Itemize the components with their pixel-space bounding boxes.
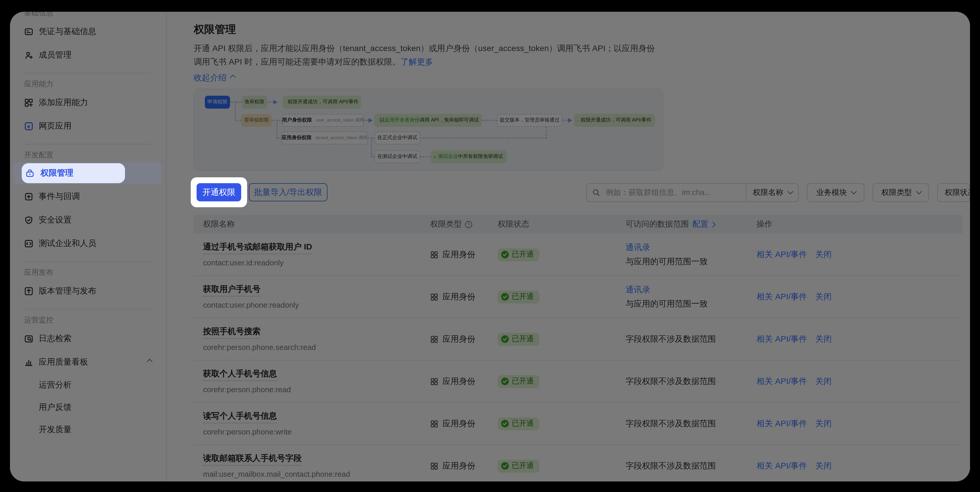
related-api-link[interactable]: 相关 API/事件 <box>756 376 807 387</box>
sidebar-item-label: 应用质量看板 <box>39 357 88 368</box>
flow-node-tenant-identity: 应用身份权限tenant_access_token 调用 <box>281 132 368 145</box>
permission-flow-diagram: 申请权限 免审权限 权限开通成功，可调用 API/事件 需审核权限 用户身份权限… <box>194 89 663 171</box>
close-permission-link[interactable]: 关闭 <box>815 249 832 260</box>
related-api-link[interactable]: 相关 API/事件 <box>756 291 807 302</box>
sidebar-item-credentials[interactable]: 凭证与基础信息 <box>10 20 166 43</box>
sidebar-item-label: 版本管理与发布 <box>39 286 96 296</box>
permission-code: contact:user.phone:readonly <box>203 301 430 309</box>
status-badge: 已开通 <box>498 290 539 303</box>
sidebar-item-events[interactable]: 事件与回调 <box>10 185 166 209</box>
sidebar-item-security[interactable]: 安全设置 <box>10 209 166 232</box>
table-row: 按照手机号搜索corehr:person.phone.search:read 应… <box>194 318 963 360</box>
page-description: 开通 API 权限后，应用才能以应用身份（tenant_access_token… <box>194 42 963 69</box>
sidebar-item-label: 测试企业和人员 <box>39 238 96 249</box>
lock-icon <box>25 169 35 178</box>
status-badge: 已开通 <box>498 417 539 430</box>
sidebar-item-label: 权限管理 <box>40 168 73 178</box>
flow-node-success-1: 权限开通成功，可调用 API/事件 <box>283 96 361 108</box>
sidebar-item-web-app[interactable]: e 网页应用 <box>10 115 166 138</box>
sidebar-item-version-release[interactable]: 版本管理与发布 <box>10 279 166 303</box>
learn-more-link[interactable]: 了解更多 <box>401 57 433 66</box>
permission-type: 应用身份 <box>442 460 475 471</box>
app-grid-plus-icon <box>24 98 33 107</box>
help-icon: ? <box>465 220 473 228</box>
sidebar-item-log-search[interactable]: 日志检索 <box>10 327 166 350</box>
flow-arrow-icon <box>369 118 372 123</box>
credential-icon <box>24 27 33 37</box>
check-circle-icon <box>501 251 509 258</box>
sidebar-item-quality-dashboard[interactable]: 应用质量看板 <box>10 350 166 374</box>
permission-name[interactable]: 读取邮箱联系人手机号字段 <box>203 453 302 466</box>
chevron-up-icon <box>230 74 236 80</box>
related-api-link[interactable]: 相关 API/事件 <box>756 334 807 344</box>
permissions-table: 权限名称 权限类型 ? 权限状态 可访问的数据范围配置 操作 通过手机号或邮箱获… <box>194 215 963 481</box>
flow-connector <box>546 127 547 138</box>
search-category-select[interactable]: 权限名称 <box>746 183 798 201</box>
flow-connector <box>235 102 236 120</box>
permission-name[interactable]: 按照手机号搜索 <box>203 326 261 339</box>
flow-connector <box>235 120 241 121</box>
sidebar-item-label: 添加应用能力 <box>39 97 88 108</box>
configure-link[interactable]: 配置 <box>692 219 715 229</box>
related-api-link[interactable]: 相关 API/事件 <box>756 249 807 260</box>
sidebar-item-permissions[interactable]: 权限管理 <box>13 162 161 184</box>
sidebar-item-members[interactable]: 成员管理 <box>10 43 166 67</box>
status-badge: 已开通 <box>498 333 539 346</box>
sidebar-item-test-company[interactable]: 测试企业和人员 <box>10 232 166 255</box>
web-app-icon: e <box>24 121 33 131</box>
search-icon <box>592 188 600 196</box>
flow-node-user-identity: 用户身份权限user_access_token 调用 <box>282 114 364 127</box>
log-search-icon <box>24 334 33 344</box>
table-row: 读写个人手机号信息corehr:person.phone:write 应用身份 … <box>194 403 963 445</box>
close-permission-link[interactable]: 关闭 <box>815 460 832 471</box>
app-identity-icon <box>430 419 438 428</box>
filter-permission-type[interactable]: 权限类型 <box>873 183 929 202</box>
filter-business-module[interactable]: 业务模块 <box>807 183 864 202</box>
flow-connector <box>482 120 497 121</box>
search-input[interactable] <box>605 187 746 197</box>
check-circle-icon <box>501 462 509 470</box>
sidebar-section-basic-info: 基础信息 <box>24 12 152 18</box>
sidebar-divider <box>25 261 151 262</box>
collapse-intro-link[interactable]: 收起介绍 <box>194 73 234 83</box>
sidebar-divider <box>25 309 151 309</box>
check-circle-icon <box>501 377 509 385</box>
chevron-right-icon <box>710 221 716 227</box>
permission-type: 应用身份 <box>442 334 475 344</box>
toolbar: 开通权限 批量导入/导出权限 权限名称 <box>194 177 970 207</box>
close-permission-link[interactable]: 关闭 <box>815 291 832 302</box>
close-permission-link[interactable]: 关闭 <box>815 418 832 429</box>
permission-name[interactable]: 获取用户手机号 <box>203 284 261 296</box>
column-header-actions: 操作 <box>756 219 963 229</box>
permission-name[interactable]: 读写个人手机号信息 <box>203 411 277 423</box>
scope-link[interactable]: 通讯录 <box>625 242 756 253</box>
permission-name[interactable]: 通过手机号或邮箱获取用户 ID <box>203 242 312 254</box>
scope-link[interactable]: 通讯录 <box>625 285 756 295</box>
sidebar-subitem-ops-analysis[interactable]: 运营分析 <box>10 374 166 396</box>
chevron-up-icon[interactable] <box>147 358 153 364</box>
permission-name[interactable]: 获取个人手机号信息 <box>203 369 277 381</box>
flow-node-test-debug: 在测试企业中调试 <box>374 150 420 163</box>
related-api-link[interactable]: 相关 API/事件 <box>756 418 807 429</box>
flow-connector <box>371 138 372 157</box>
chevron-down-icon <box>788 188 793 194</box>
sidebar-divider <box>25 144 151 145</box>
scope-description: 字段权限不涉及数据范围 <box>625 376 756 387</box>
close-permission-link[interactable]: 关闭 <box>815 334 832 344</box>
app-identity-icon <box>430 462 438 470</box>
scope-description: 与应用的可用范围一致 <box>625 256 756 267</box>
batch-import-export-button[interactable]: 批量导入/导出权限 <box>249 183 328 201</box>
open-permission-button[interactable]: 开通权限 <box>197 183 241 201</box>
search-box: 权限名称 <box>586 183 799 202</box>
screen: 基础信息 凭证与基础信息 成员管理 应用能力 添加应用能力 <box>0 0 980 492</box>
svg-text:?: ? <box>468 222 470 227</box>
related-api-link[interactable]: 相关 API/事件 <box>756 460 807 471</box>
column-header-status: 权限状态 <box>498 219 625 229</box>
close-permission-link[interactable]: 关闭 <box>815 376 832 387</box>
sidebar-subitem-dev-quality[interactable]: 开发质量 <box>10 419 166 441</box>
permission-code: corehr:person.phone:write <box>203 427 430 436</box>
sidebar-subitem-user-feedback[interactable]: 用户反馈 <box>10 396 166 419</box>
flow-connector <box>420 156 431 158</box>
sidebar-item-add-capability[interactable]: 添加应用能力 <box>10 91 166 115</box>
filter-permission-status[interactable]: 权限状态 <box>937 183 970 202</box>
